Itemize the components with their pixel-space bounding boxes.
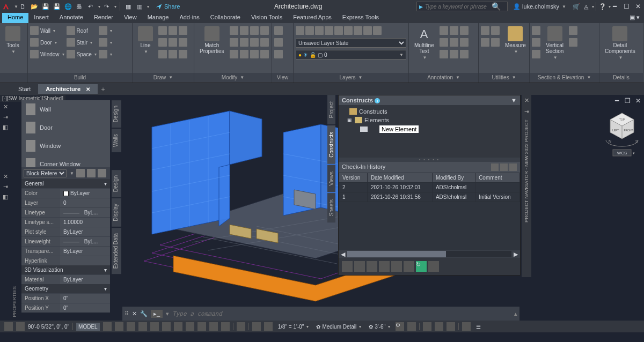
help-icon[interactable]: ❔ [598, 2, 608, 11]
draw-r3[interactable] [158, 49, 187, 60]
view-r2[interactable] [274, 37, 283, 48]
prop-hdr-ico2[interactable] [87, 169, 96, 177]
search-input[interactable] [425, 4, 489, 10]
prop-section-general[interactable]: General▾ [21, 179, 110, 188]
tab-constructs[interactable]: Constructs [327, 125, 335, 164]
door-button[interactable]: Door▾ [30, 37, 64, 48]
plot-icon[interactable]: 🖶 [75, 2, 84, 11]
sb-scale2[interactable]: ✿ 3'-6"▾ [367, 323, 392, 331]
build-extra2[interactable]: ▾ [99, 37, 112, 48]
sb-3dosnap-icon[interactable] [174, 322, 182, 331]
nav-foot-refresh[interactable]: ↻ [416, 261, 427, 272]
tab-visiontools[interactable]: Vision Tools [246, 13, 288, 23]
prop-transparency[interactable]: Transpare...ByLayer [21, 246, 110, 256]
prop-close-icon[interactable]: ✕ [3, 173, 8, 180]
col-by[interactable]: Modified By [432, 173, 475, 183]
col-comment[interactable]: Comment [475, 173, 520, 183]
qat-extra2-icon[interactable]: ▥ [135, 2, 144, 11]
palette-close-icon[interactable]: ✕ [3, 103, 8, 110]
hist-row-1[interactable]: 12021-10-26 10:31:56ADS\cholmslInitial V… [339, 192, 520, 202]
tab-render[interactable]: Render [89, 13, 119, 23]
tab-project[interactable]: Project [327, 95, 335, 124]
undo-icon[interactable]: ↶ [86, 2, 96, 11]
panel-label-modify[interactable]: Modify▼ [194, 73, 272, 83]
save-icon[interactable]: 💾 [41, 2, 50, 11]
prop-hdr-ico1[interactable] [76, 169, 85, 177]
hist-scrollbar[interactable]: ◀▶ [339, 250, 520, 258]
prop-ltscale[interactable]: Linetype s...1.00000 [21, 217, 110, 227]
search-icon[interactable]: 🔍 [489, 2, 503, 11]
prop-color[interactable]: ColorByLayer [21, 188, 110, 198]
minimize-button[interactable]: ━ [611, 3, 618, 10]
view-r1[interactable] [274, 25, 283, 36]
close-tab-icon[interactable]: ✕ [86, 86, 90, 92]
roof-button[interactable]: Roof [67, 25, 97, 36]
sb-ann1-icon[interactable] [252, 322, 261, 331]
tree-constructs[interactable]: Constructs [342, 107, 517, 116]
multiline-text-button[interactable]: AMultiline Text▼ [411, 25, 437, 61]
draw-r2[interactable] [158, 37, 187, 48]
panel-label-view[interactable]: View [272, 73, 293, 83]
maximize-button[interactable]: ☐ [623, 3, 630, 10]
cart-icon[interactable]: 🛒 [572, 2, 581, 11]
space-button[interactable]: Space▾ [67, 49, 97, 60]
sb-grid-icon[interactable] [103, 322, 112, 331]
sb-lw-icon[interactable] [209, 322, 218, 331]
ribbon-expand-icon[interactable]: ▣ ▾ [625, 13, 644, 23]
cmd-grip-icon[interactable]: ⠿ [125, 310, 129, 317]
cmd-history-icon[interactable]: ▴ [514, 310, 517, 317]
sb-monitor-icon[interactable] [407, 322, 416, 331]
layer-ico[interactable] [296, 26, 304, 35]
checkin-ico3[interactable] [509, 163, 517, 171]
sb-custom-icon[interactable]: ☰ [474, 323, 483, 331]
prop-layer[interactable]: Layer0 [21, 198, 110, 207]
sec-r2[interactable] [532, 37, 540, 48]
modify-r2[interactable] [230, 37, 269, 48]
sb-layout-icon[interactable] [4, 322, 13, 331]
tab-annotate[interactable]: Annotate [54, 13, 89, 23]
prop-lineweight[interactable]: Lineweight——— ByL... [21, 236, 110, 246]
splitter[interactable]: • • • • • [339, 158, 520, 162]
qat-extra1-icon[interactable]: ▦ [123, 2, 133, 11]
doctab-start[interactable]: Start [11, 84, 38, 94]
user-menu[interactable]: 👤 luke.cholmsky ▼ [513, 3, 566, 10]
tab-display[interactable]: Display [112, 198, 121, 227]
tab-manage[interactable]: Manage [142, 13, 174, 23]
build-extra3[interactable]: ▾ [99, 49, 112, 60]
prop-plotstyle[interactable]: Plot styleByLayer [21, 227, 110, 236]
line-button[interactable]: Line▼ [135, 25, 156, 55]
new-element-input[interactable]: New Element [379, 125, 419, 133]
tree-new-element[interactable]: New Element [342, 124, 517, 134]
modify-r1[interactable] [230, 25, 269, 36]
prop-section-3dviz[interactable]: 3D Visualization▾ [21, 265, 110, 274]
current-layer-dropdown[interactable]: ●☀🔓▢0▼ [296, 50, 406, 60]
view-r3[interactable] [274, 49, 283, 60]
hist-row-2[interactable]: 22021-10-26 10:32:01ADS\cholmsl [339, 183, 520, 192]
prop-section-geometry[interactable]: Geometry▾ [21, 284, 110, 293]
sb-iso-icon[interactable] [150, 322, 159, 331]
apps-icon[interactable]: ◬ [581, 2, 591, 11]
saveas-icon[interactable]: 💾 [52, 2, 62, 11]
panel-label-draw[interactable]: Draw▼ [133, 73, 194, 83]
layer-state-dropdown[interactable]: Unsaved Layer State [296, 38, 406, 48]
match-properties-button[interactable]: Match Properties [196, 25, 228, 55]
anno-r2[interactable] [440, 37, 469, 48]
prop-posy[interactable]: Position Y0" [21, 303, 110, 313]
doctab-architecture[interactable]: Architecture✕ [38, 84, 98, 94]
sb-trans-icon[interactable] [221, 322, 230, 331]
cmd-wrench-icon[interactable]: 🔧 [140, 310, 148, 317]
tab-insert[interactable]: Insert [28, 13, 54, 23]
nav-foot-6[interactable] [404, 261, 414, 272]
nav-foot-2[interactable] [354, 261, 365, 272]
util-r2[interactable] [481, 37, 500, 48]
sb-model-button[interactable]: MODEL [76, 323, 100, 331]
checkin-ico1[interactable] [491, 163, 499, 171]
viewcube[interactable]: TOP LEFT FRONT NS WCS ▾ [603, 103, 641, 157]
new-icon[interactable]: 🗋 [18, 2, 28, 11]
tab-views[interactable]: Views [327, 165, 335, 192]
detail-components-button[interactable]: Detail Components▼ [602, 25, 639, 61]
sb-clean-icon[interactable] [462, 322, 471, 331]
app-menu-dropdown[interactable]: ▼ [14, 4, 18, 9]
sb-coords[interactable]: 90'-0 5/32", 0", 0" [28, 324, 69, 330]
tab-sheets[interactable]: Sheets [327, 193, 335, 222]
